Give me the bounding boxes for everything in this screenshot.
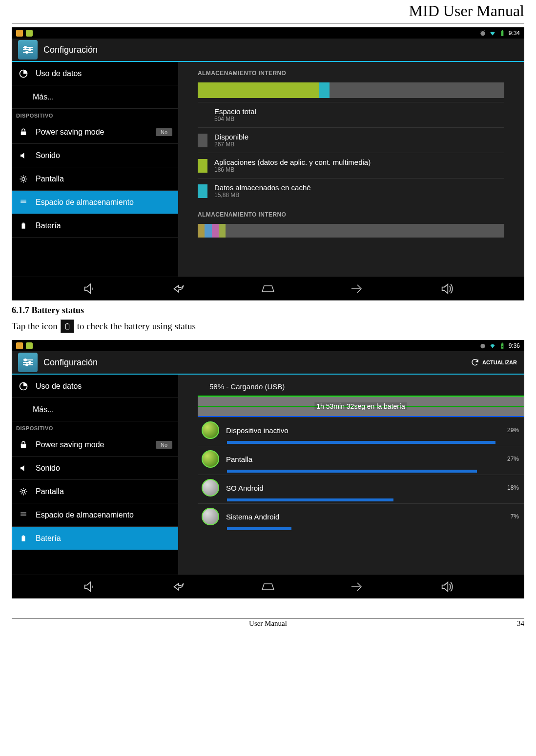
alarm-icon — [479, 30, 486, 37]
settings-title-row: Configuración — [12, 39, 524, 62]
status-time: 9:34 — [509, 30, 520, 37]
status-bar: 9:34 — [12, 28, 524, 39]
nav-volume-down[interactable] — [77, 578, 102, 596]
battery-usage-row[interactable]: Dispositivo inactivo 29% — [198, 417, 524, 443]
instruction-line: Tap the icon to check the battery using … — [12, 319, 524, 333]
nav-back[interactable] — [166, 280, 191, 298]
sidebar-item-sound[interactable]: Sonido — [12, 144, 178, 167]
droid-icon — [26, 30, 33, 37]
wifi-icon — [489, 342, 496, 349]
svg-point-6 — [24, 46, 26, 48]
battery-icon — [499, 30, 506, 37]
footer-center: User Manual — [31, 619, 505, 628]
app-usage-icon — [202, 421, 219, 439]
sidebar-section-device: DISPOSITIVO — [12, 109, 178, 120]
settings-sidebar: Uso de datos Más... DISPOSITIVO Power sa… — [12, 375, 178, 575]
svg-point-0 — [480, 31, 485, 36]
sidebar-item-sound[interactable]: Sonido — [12, 457, 178, 480]
sidebar-item-storage[interactable]: Espacio de almacenamiento — [12, 191, 178, 214]
battery-usage-row[interactable]: Pantalla 27% — [198, 446, 524, 472]
sidebar-item-power-saving[interactable]: Power saving mode No — [12, 433, 178, 457]
svg-point-28 — [26, 364, 28, 366]
battery-row-pct: 27% — [507, 456, 519, 462]
nav-back[interactable] — [166, 578, 191, 596]
sidebar-label: Más... — [33, 405, 54, 414]
sidebar-item-storage[interactable]: Espacio de almacenamiento — [12, 503, 178, 527]
app-usage-icon — [202, 479, 219, 497]
storage-icon — [18, 510, 29, 520]
settings-title-row: Configuración ACTUALIZAR — [12, 351, 524, 375]
sidebar-item-data-usage[interactable]: Uso de datos — [12, 375, 178, 398]
svg-point-31 — [22, 490, 25, 493]
svg-point-7 — [29, 49, 31, 51]
svg-point-11 — [22, 178, 25, 180]
battery-icon — [18, 220, 29, 231]
lock-icon — [18, 127, 29, 138]
status-bar: 9:36 — [12, 340, 524, 351]
svg-rect-19 — [66, 323, 68, 324]
nav-volume-down[interactable] — [77, 280, 102, 298]
storage-row-total[interactable]: Espacio total 504 MB — [198, 102, 504, 127]
settings-title: Configuración — [43, 358, 98, 368]
sidebar-item-display[interactable]: Pantalla — [12, 480, 178, 503]
storage-value: 267 MB — [214, 141, 248, 148]
nav-home[interactable] — [256, 578, 280, 596]
sidebar-item-more[interactable]: Más... — [12, 85, 178, 109]
sidebar-item-more[interactable]: Más... — [12, 398, 178, 421]
battery-inline-icon — [61, 319, 74, 333]
nav-volume-up[interactable] — [434, 578, 459, 596]
svg-rect-30 — [21, 444, 26, 448]
sound-icon — [18, 463, 29, 474]
sidebar-label: Uso de datos — [36, 382, 82, 391]
storage-label: Espacio total — [214, 107, 256, 116]
storage-value: 504 MB — [214, 116, 256, 122]
sidebar-label: Batería — [36, 534, 61, 543]
svg-rect-36 — [22, 535, 24, 536]
storage-pane: ALMACENAMIENTO INTERNO Espacio total 504… — [178, 62, 524, 277]
sidebar-section-device: DISPOSITIVO — [12, 421, 178, 433]
instr-pre: Tap the icon — [12, 321, 58, 332]
settings-icon[interactable] — [18, 353, 38, 372]
nav-recent[interactable] — [345, 578, 370, 596]
app-usage-icon — [202, 508, 219, 525]
battery-usage-row[interactable]: Sistema Android 7% — [198, 503, 524, 529]
battery-chart-label: 1h 53min 32seg en la batería — [314, 402, 407, 410]
battery-usage-row[interactable]: SO Android 18% — [198, 475, 524, 500]
storage-row-cache[interactable]: Datos almacenados en caché 15,88 MB — [198, 178, 504, 203]
instr-post: to check the battery using status — [77, 321, 196, 332]
sidebar-item-battery[interactable]: Batería — [12, 214, 178, 238]
settings-sidebar: Uso de datos Más... DISPOSITIVO Power sa… — [12, 62, 178, 277]
storage-row-avail[interactable]: Disponible 267 MB — [198, 127, 504, 153]
battery-history-chart[interactable]: 1h 53min 32seg en la batería — [198, 396, 524, 417]
storage-row-apps[interactable]: Aplicaciones (datos de aplic. y cont. mu… — [198, 153, 504, 178]
toggle-off[interactable]: No — [156, 441, 172, 449]
battery-row-label: Pantalla — [226, 455, 252, 463]
battery-row-label: Dispositivo inactivo — [226, 426, 289, 435]
settings-icon[interactable] — [18, 40, 38, 60]
sidebar-label: Pantalla — [36, 175, 64, 183]
app-icon — [16, 342, 23, 349]
svg-rect-15 — [22, 223, 25, 229]
svg-rect-22 — [501, 343, 502, 344]
sidebar-item-power-saving[interactable]: Power saving mode No — [12, 120, 178, 144]
svg-rect-35 — [22, 536, 25, 541]
sidebar-item-data-usage[interactable]: Uso de datos — [12, 62, 178, 85]
nav-home[interactable] — [256, 280, 280, 298]
storage-value: 186 MB — [214, 166, 371, 173]
svg-rect-12 — [21, 199, 26, 200]
refresh-button[interactable]: ACTUALIZAR — [471, 358, 517, 367]
sidebar-label: Power saving mode — [36, 440, 104, 449]
nav-bar — [12, 575, 524, 598]
sidebar-item-battery[interactable]: Batería — [12, 527, 178, 550]
svg-point-26 — [24, 359, 26, 361]
app-icon — [16, 30, 23, 37]
svg-rect-13 — [21, 201, 26, 201]
storage-section-header: ALMACENAMIENTO INTERNO — [178, 62, 524, 80]
toggle-off[interactable]: No — [156, 128, 172, 136]
nav-volume-up[interactable] — [434, 280, 459, 298]
sidebar-item-display[interactable]: Pantalla — [12, 167, 178, 191]
svg-rect-33 — [21, 514, 26, 514]
svg-rect-2 — [501, 30, 502, 31]
nav-recent[interactable] — [345, 280, 370, 298]
svg-point-20 — [480, 344, 485, 348]
